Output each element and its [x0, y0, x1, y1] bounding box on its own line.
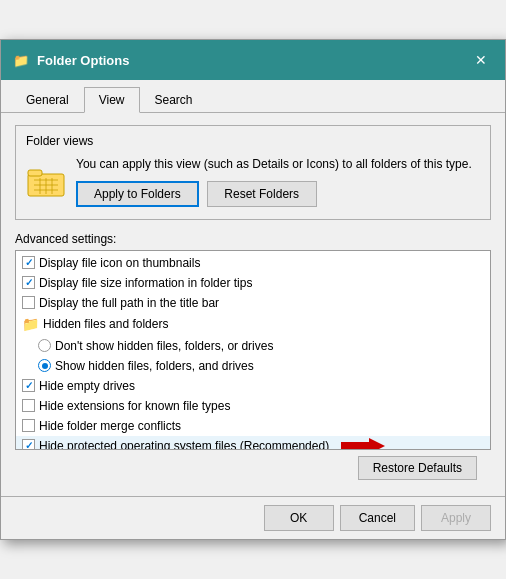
svg-rect-2 — [28, 170, 42, 176]
checkbox-hide-empty-drives[interactable] — [22, 379, 35, 392]
checkbox-hide-protected-os[interactable] — [22, 439, 35, 450]
folder-views-text-area: You can apply this view (such as Details… — [76, 156, 480, 207]
list-item-label: Don't show hidden files, folders, or dri… — [55, 337, 273, 355]
list-item: Hide extensions for known file types — [16, 396, 490, 416]
list-item-highlighted: Hide protected operating system files (R… — [16, 436, 490, 450]
radio-show-hidden[interactable] — [38, 359, 51, 372]
title-bar-left: 📁 Folder Options — [13, 53, 129, 68]
list-item-label: Hide empty drives — [39, 377, 135, 395]
checkbox-display-size-info[interactable] — [22, 276, 35, 289]
tab-general[interactable]: General — [11, 87, 84, 113]
cancel-button[interactable]: Cancel — [340, 505, 415, 531]
dialog-footer: OK Cancel Apply — [1, 496, 505, 539]
svg-marker-9 — [341, 438, 385, 450]
list-item: Display file size information in folder … — [16, 273, 490, 293]
list-item-label: Display file icon on thumbnails — [39, 254, 200, 272]
list-item: Hide folder merge conflicts — [16, 416, 490, 436]
close-button[interactable]: ✕ — [469, 48, 493, 72]
apply-button[interactable]: Apply — [421, 505, 491, 531]
tab-view[interactable]: View — [84, 87, 140, 113]
checkbox-hide-folder-merge[interactable] — [22, 419, 35, 432]
list-item-label: Display the full path in the title bar — [39, 294, 219, 312]
radio-dont-show-hidden[interactable] — [38, 339, 51, 352]
list-item-label: Hide folder merge conflicts — [39, 417, 181, 435]
dialog-title: Folder Options — [37, 53, 129, 68]
restore-defaults-row: Restore Defaults — [15, 450, 491, 484]
list-item-label: Hide extensions for known file types — [39, 397, 230, 415]
folder-options-dialog: 📁 Folder Options ✕ General View Search F… — [0, 39, 506, 540]
tab-search[interactable]: Search — [140, 87, 208, 113]
list-item-label: Hidden files and folders — [43, 315, 168, 333]
dialog-content: Folder views — [1, 113, 505, 496]
list-item: Display the full path in the title bar — [16, 293, 490, 313]
list-item: Don't show hidden files, folders, or dri… — [16, 336, 490, 356]
folder-views-group: Folder views — [15, 125, 491, 220]
red-arrow-indicator — [341, 437, 385, 450]
apply-to-folders-button[interactable]: Apply to Folders — [76, 181, 199, 207]
folder-icon-box — [26, 160, 66, 200]
checkbox-display-file-icon[interactable] — [22, 256, 35, 269]
list-item: Show hidden files, folders, and drives — [16, 356, 490, 376]
checkbox-hide-extensions[interactable] — [22, 399, 35, 412]
list-item-label: Show hidden files, folders, and drives — [55, 357, 254, 375]
folder-views-label: Folder views — [26, 134, 480, 148]
ok-button[interactable]: OK — [264, 505, 334, 531]
folder-section-icon: 📁 — [22, 314, 39, 335]
advanced-settings-label: Advanced settings: — [15, 232, 491, 246]
checkbox-display-full-path[interactable] — [22, 296, 35, 309]
folder-views-buttons: Apply to Folders Reset Folders — [76, 181, 480, 207]
list-item: Display file icon on thumbnails — [16, 253, 490, 273]
folder-icon — [26, 160, 66, 200]
folder-views-inner: You can apply this view (such as Details… — [26, 156, 480, 207]
advanced-settings-list[interactable]: Display file icon on thumbnails Display … — [15, 250, 491, 450]
list-item-label: Display file size information in folder … — [39, 274, 252, 292]
list-item: Hide empty drives — [16, 376, 490, 396]
list-item-section: 📁 Hidden files and folders — [16, 313, 490, 336]
red-arrow-icon — [341, 437, 385, 450]
folder-views-description: You can apply this view (such as Details… — [76, 156, 480, 173]
title-bar: 📁 Folder Options ✕ — [1, 40, 505, 80]
restore-defaults-button[interactable]: Restore Defaults — [358, 456, 477, 480]
list-item-label: Hide protected operating system files (R… — [39, 437, 329, 450]
dialog-icon: 📁 — [13, 53, 29, 68]
tabs-bar: General View Search — [1, 80, 505, 113]
reset-folders-button[interactable]: Reset Folders — [207, 181, 317, 207]
